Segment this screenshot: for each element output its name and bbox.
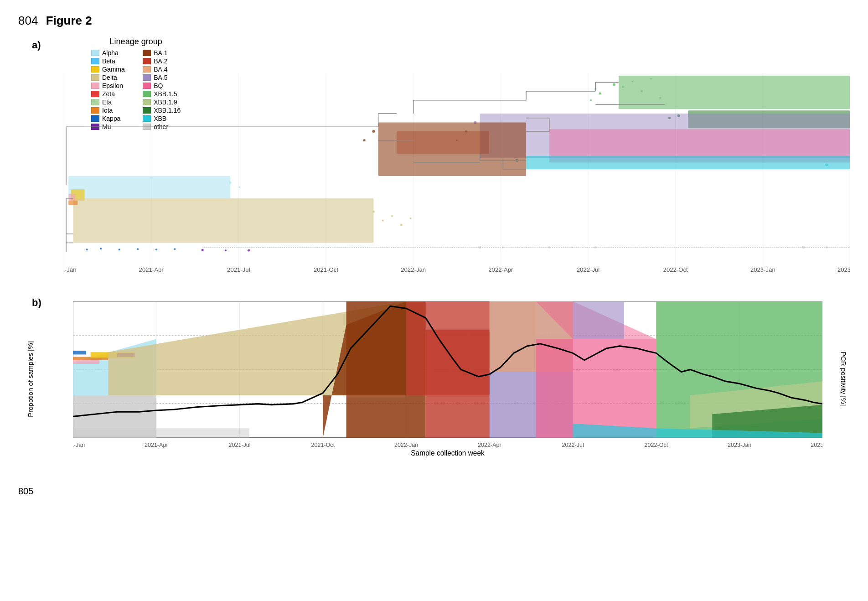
- legend-swatch: [91, 58, 99, 64]
- legend-item: Gamma: [91, 66, 129, 73]
- panel-b: b) Propotion of samples [%] PCR positivi…: [18, 297, 850, 479]
- svg-text:2022-Apr: 2022-Apr: [478, 441, 501, 448]
- svg-text:2021-Jan: 2021-Jan: [64, 266, 76, 273]
- svg-rect-56: [68, 194, 75, 201]
- legend-title: Lineage group: [110, 37, 162, 47]
- svg-point-65: [225, 249, 227, 251]
- tree-svg: 2021-Jan 2021-Apr 2021-Jul 2021-Oct 2022…: [64, 73, 850, 274]
- legend-item: BA.2: [143, 57, 181, 65]
- svg-point-24: [641, 90, 643, 93]
- svg-point-26: [659, 97, 661, 99]
- tree-area: 2021-Jan 2021-Apr 2021-Jul 2021-Oct 2022…: [64, 73, 850, 274]
- svg-point-62: [155, 249, 157, 250]
- legend-item-label: Beta: [102, 57, 115, 65]
- legend-item-label: BA.1: [154, 49, 167, 57]
- svg-point-44: [372, 130, 375, 133]
- svg-rect-20: [619, 76, 850, 109]
- svg-rect-105: [73, 351, 86, 354]
- svg-point-66: [248, 249, 250, 252]
- panel-a: a) Lineage group AlphaBA.1BetaBA.2GammaB…: [18, 37, 850, 292]
- svg-rect-50: [73, 198, 373, 243]
- svg-point-54: [400, 224, 403, 226]
- svg-text:2022-Oct: 2022-Oct: [645, 441, 668, 448]
- svg-point-48: [238, 186, 240, 188]
- legend-item-label: Alpha: [102, 49, 119, 57]
- figure-content: a) Lineage group AlphaBA.1BetaBA.2GammaB…: [18, 37, 850, 497]
- svg-text:2022-Oct: 2022-Oct: [663, 266, 688, 273]
- figure-heading: Figure 2: [46, 14, 92, 27]
- legend-item: Alpha: [91, 49, 129, 57]
- page-container: 804 Figure 2 a) Lineage group AlphaBA.1B…: [0, 0, 868, 601]
- svg-text:2022-Jul: 2022-Jul: [562, 441, 584, 448]
- y-axis-right-label: PCR positivity [%]: [840, 352, 847, 406]
- svg-point-28: [590, 99, 592, 101]
- svg-point-60: [119, 249, 120, 250]
- legend-item: Beta: [91, 57, 129, 65]
- svg-rect-102: [73, 360, 99, 364]
- svg-rect-43: [378, 123, 527, 176]
- svg-point-25: [650, 78, 652, 80]
- svg-rect-57: [68, 201, 78, 205]
- svg-point-23: [631, 81, 633, 83]
- svg-point-58: [86, 249, 88, 250]
- svg-text:2021-Apr: 2021-Apr: [139, 266, 164, 273]
- svg-point-41: [825, 164, 828, 166]
- figure-number-bottom: 805: [18, 486, 850, 497]
- svg-point-53: [391, 215, 393, 217]
- svg-point-59: [100, 248, 102, 249]
- svg-point-63: [174, 248, 176, 250]
- svg-text:2023-Apr: 2023-Apr: [837, 266, 850, 273]
- svg-text:2022-Jul: 2022-Jul: [577, 266, 600, 273]
- svg-text:2021-Apr: 2021-Apr: [145, 441, 168, 448]
- legend-swatch: [143, 66, 151, 73]
- svg-text:2021-Jul: 2021-Jul: [227, 266, 250, 273]
- figure-number: 804: [18, 14, 38, 27]
- legend-item: BA.1: [143, 49, 181, 57]
- legend-swatch: [91, 50, 99, 56]
- legend-item-label: BA.2: [154, 57, 167, 65]
- svg-point-52: [382, 220, 384, 222]
- svg-text:2022-Jan: 2022-Jan: [394, 441, 418, 448]
- panel-a-label: a): [32, 39, 41, 51]
- svg-point-47: [229, 181, 232, 184]
- svg-text:2023-Jan: 2023-Jan: [728, 441, 751, 448]
- svg-point-51: [372, 211, 375, 213]
- svg-rect-112: [426, 330, 490, 438]
- svg-point-27: [599, 93, 601, 95]
- svg-point-75: [849, 246, 850, 248]
- chart-area: 0 25 50 75 100 0 10 20 30: [73, 301, 822, 456]
- figure-title: 804 Figure 2: [18, 14, 850, 28]
- svg-point-21: [613, 83, 615, 86]
- svg-point-22: [622, 86, 625, 88]
- svg-rect-123: [73, 428, 249, 438]
- svg-text:2021-Oct: 2021-Oct: [314, 266, 339, 273]
- svg-text:2021-Oct: 2021-Oct: [311, 441, 335, 448]
- svg-text:2021-Jan: 2021-Jan: [73, 441, 85, 448]
- legend-item-label: BA.4: [154, 66, 167, 73]
- bar-chart-svg: 0 25 50 75 100 0 10 20 30: [73, 301, 822, 456]
- legend-item: BA.4: [143, 66, 181, 73]
- svg-rect-38: [526, 156, 850, 169]
- svg-text:2021-Jul: 2021-Jul: [228, 441, 250, 448]
- legend-item-label: Gamma: [102, 66, 125, 73]
- svg-text:Sample collection week: Sample collection week: [411, 449, 485, 456]
- svg-point-64: [202, 249, 204, 251]
- svg-marker-122: [573, 301, 624, 339]
- svg-text:2022-Jan: 2022-Jan: [401, 266, 426, 273]
- legend-swatch: [143, 58, 151, 64]
- svg-point-61: [137, 248, 139, 250]
- svg-rect-46: [68, 176, 230, 198]
- legend-swatch: [91, 66, 99, 73]
- svg-text:2023-Apr: 2023-Apr: [811, 441, 822, 448]
- svg-point-55: [410, 218, 412, 219]
- legend-swatch: [143, 50, 151, 56]
- y-axis-left-label: Propotion of samples [%]: [26, 341, 34, 417]
- svg-point-45: [363, 139, 366, 141]
- svg-text:2023-Jan: 2023-Jan: [750, 266, 775, 273]
- svg-text:2022-Apr: 2022-Apr: [488, 266, 513, 273]
